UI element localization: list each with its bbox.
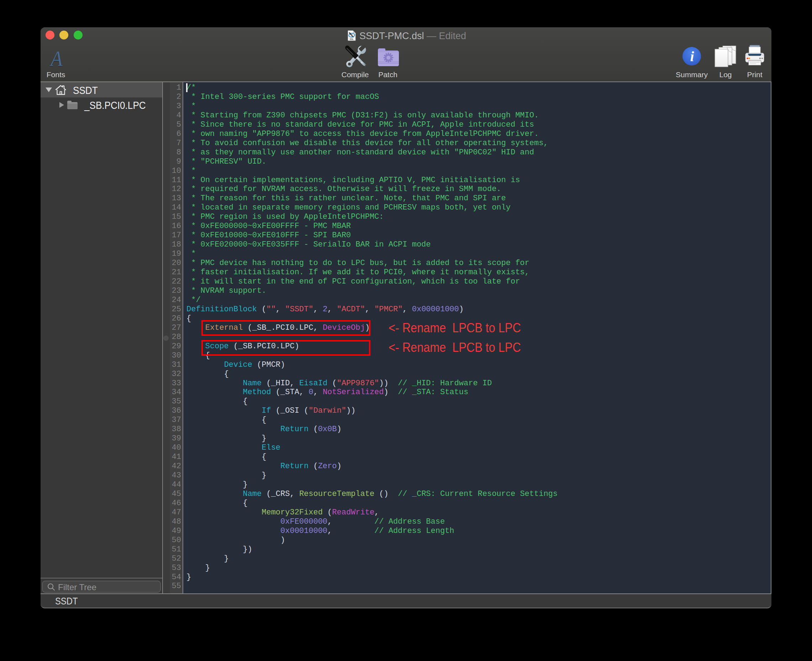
svg-text:DSL: DSL [350, 38, 354, 40]
svg-text:i: i [690, 48, 694, 64]
